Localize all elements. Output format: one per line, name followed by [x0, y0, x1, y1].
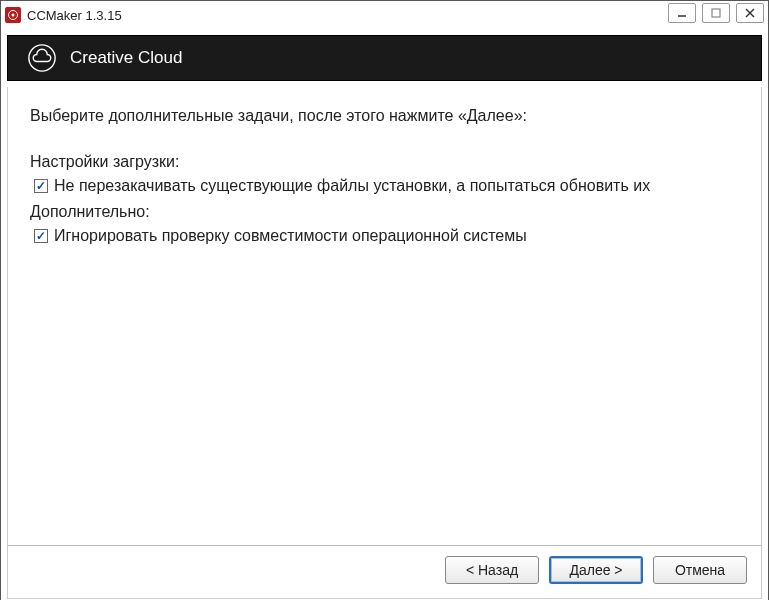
titlebar-title: CCMaker 1.3.15 [27, 8, 122, 23]
checkbox-ignore-os-compat[interactable] [34, 229, 48, 243]
minimize-button[interactable] [668, 3, 696, 23]
section-additional-label: Дополнительно: [30, 203, 739, 221]
back-button[interactable]: < Назад [445, 556, 539, 584]
checkbox-row-redownload[interactable]: Не перезакачивать существующие файлы уст… [34, 177, 739, 195]
cancel-button[interactable]: Отмена [653, 556, 747, 584]
checkbox-row-ignoreos[interactable]: Игнорировать проверку совместимости опер… [34, 227, 739, 245]
titlebar: CCMaker 1.3.15 [1, 1, 768, 29]
checkbox-no-redownload-label: Не перезакачивать существующие файлы уст… [54, 177, 650, 195]
svg-rect-3 [712, 9, 720, 17]
section-download-label: Настройки загрузки: [30, 153, 739, 171]
app-icon [5, 7, 21, 23]
window-controls [668, 3, 764, 23]
header-banner: Creative Cloud [7, 35, 762, 81]
creative-cloud-icon [28, 44, 56, 72]
checkbox-no-redownload[interactable] [34, 179, 48, 193]
close-button[interactable] [736, 3, 764, 23]
content-area: Выберите дополнительные задачи, после эт… [7, 87, 762, 545]
banner-title: Creative Cloud [70, 48, 182, 68]
checkbox-ignore-os-compat-label: Игнорировать проверку совместимости опер… [54, 227, 527, 245]
next-button[interactable]: Далее > [549, 556, 643, 584]
instruction-text: Выберите дополнительные задачи, после эт… [30, 107, 739, 125]
button-bar: < Назад Далее > Отмена [7, 545, 762, 599]
maximize-button[interactable] [702, 3, 730, 23]
app-window: CCMaker 1.3.15 Creative Cloud Выберите д… [0, 0, 769, 600]
svg-point-1 [12, 14, 15, 17]
